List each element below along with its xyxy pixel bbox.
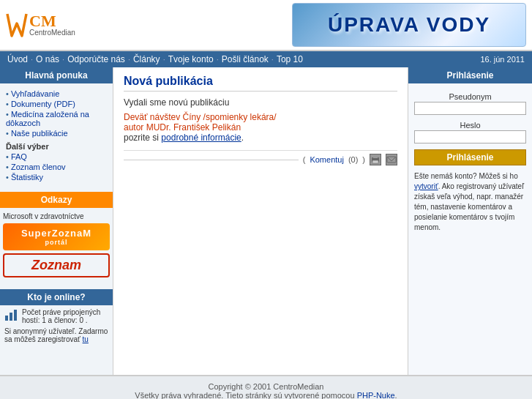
- pub-detail-link[interactable]: podrobné informácie: [161, 133, 241, 143]
- actions-divider: [124, 160, 299, 160]
- password-label: Heslo: [414, 121, 526, 130]
- komentuj-link[interactable]: Komentuj: [310, 155, 343, 164]
- sidebar-publikacie[interactable]: Naše publikácie: [6, 129, 107, 138]
- main-layout: Hlavná ponuka Vyhľadávanie Dokumenty (PD…: [0, 67, 532, 375]
- pub-detail-intro: pozrite si: [124, 133, 161, 143]
- main-menu-title: Hlavná ponuka: [0, 67, 113, 83]
- pseudonym-input[interactable]: [414, 102, 526, 115]
- chart-icon: [4, 308, 19, 321]
- zoznam-text: Zoznam: [31, 258, 81, 272]
- footer: Copyright © 2001 CentroMedian Všetky prá…: [0, 375, 532, 399]
- online-stats-text: Počet práve pripojených hostí: 1 a členo…: [22, 308, 108, 324]
- svg-rect-5: [372, 160, 378, 163]
- sidebar: Hlavná ponuka Vyhľadávanie Dokumenty (PD…: [0, 67, 113, 375]
- pseudonym-label: Pseudonym: [414, 92, 526, 101]
- ms-label: Microsoft v zdravotníctve: [3, 212, 110, 220]
- php-nuke-link[interactable]: PHP-Nuke: [357, 391, 395, 399]
- footer-rights: Všetky práva vyhradené. Tieto stránky sú…: [6, 391, 526, 399]
- register-link[interactable]: tu: [83, 335, 89, 343]
- pub-body: Deväť návštev Číny /spomienky lekára/ au…: [124, 112, 397, 143]
- superzoznam-text: SuperZoznaM: [21, 228, 91, 239]
- logo-centromedian-text: CentroMedian: [29, 29, 75, 37]
- header: CM CentroMedian ÚPRAVA VODY: [0, 0, 532, 51]
- footer-rights-text: Všetky práva vyhradené. Tieto stránky sú…: [135, 391, 354, 399]
- password-input[interactable]: [414, 130, 526, 143]
- nav-clanky[interactable]: Články: [133, 54, 160, 64]
- right-panel: Prihlásenie Pseudonym Heslo Prihlásenie …: [408, 67, 532, 375]
- superzoznam-ad[interactable]: SuperZoznaM portál: [3, 223, 110, 250]
- svg-rect-2: [14, 310, 17, 321]
- print-icon[interactable]: [370, 154, 381, 165]
- online-content: Počet práve pripojených hostí: 1 a členo…: [0, 305, 113, 346]
- online-stats-row: Počet práve pripojených hostí: 1 a členo…: [4, 308, 108, 324]
- sidebar-statistiky[interactable]: Štatistiky: [6, 173, 107, 182]
- logo-cm-label: CM: [29, 12, 56, 30]
- svg-rect-0: [5, 316, 8, 321]
- nav-date: 16. jún 2011: [480, 55, 525, 64]
- footer-copyright: Copyright © 2001 CentroMedian: [6, 382, 526, 391]
- sidebar-zoznam-clenov[interactable]: Zoznam členov: [6, 163, 107, 171]
- zoznam-ad[interactable]: Zoznam: [3, 253, 110, 277]
- svg-rect-4: [373, 155, 378, 158]
- sidebar-ads: Microsoft v zdravotníctve SuperZoznaM po…: [0, 208, 113, 285]
- logo-cm-text: CM: [29, 13, 75, 29]
- pub-intro: Vydali sme novú publikáciu: [124, 97, 397, 108]
- nav-bar: Úvod · O nás · Odporúčte nás · Články · …: [0, 51, 532, 67]
- links-title: Odkazy: [0, 192, 113, 208]
- pub-title-link[interactable]: Deväť návštev Číny /spomienky lekára/: [124, 112, 277, 122]
- nav-konto[interactable]: Tvoje konto: [168, 54, 214, 64]
- content-title: Nová publikácia: [124, 75, 397, 92]
- anon-text: Si anonymný užívateľ. Zadarmo sa môžeš z…: [4, 327, 108, 343]
- nav-o-nas[interactable]: O nás: [36, 54, 59, 64]
- login-button[interactable]: Prihlásenie: [414, 149, 526, 165]
- pub-author: autor MUDr. František Pelikán: [124, 122, 241, 133]
- online-title: Kto je online?: [0, 289, 113, 305]
- register-info: Ešte nemáš konto? Môžeš si ho vytvoriť. …: [414, 171, 526, 233]
- sidebar-dokumenty[interactable]: Dokumenty (PDF): [6, 100, 107, 108]
- email-icon[interactable]: [386, 154, 397, 165]
- banner-area: ÚPRAVA VODY: [138, 3, 526, 47]
- w-logo-icon: [6, 10, 28, 40]
- nav-uvod[interactable]: Úvod: [7, 54, 28, 64]
- other-menu-title: Ďalší výber: [6, 142, 107, 151]
- banner-title: ÚPRAVA VODY: [328, 13, 490, 37]
- nav-links: Úvod · O nás · Odporúčte nás · Články · …: [7, 54, 303, 64]
- sidebar-vyhladavanie[interactable]: Vyhľadávanie: [6, 89, 107, 98]
- sidebar-faq[interactable]: FAQ: [6, 152, 107, 161]
- pub-actions: ( Komentuj (0) ): [124, 150, 397, 165]
- komentuj-open: (: [303, 155, 306, 164]
- superzoznam-sub: portál: [6, 239, 107, 246]
- nav-top10[interactable]: Top 10: [277, 54, 303, 64]
- panel-title: Prihlásenie: [408, 67, 532, 83]
- banner: ÚPRAVA VODY: [292, 3, 526, 47]
- anon-text-span: Si anonymný užívateľ. Zadarmo sa môžeš z…: [4, 327, 108, 343]
- sidebar-medicina[interactable]: Medicína založená na dôkazoch: [6, 110, 107, 127]
- komentuj-count: (0): [348, 155, 358, 164]
- sidebar-main-links: Vyhľadávanie Dokumenty (PDF) Medicína za…: [0, 83, 113, 187]
- nav-odporucte[interactable]: Odporúčte nás: [67, 54, 125, 64]
- panel-content: Pseudonym Heslo Prihlásenie Ešte nemáš k…: [408, 83, 532, 239]
- nav-posli[interactable]: Pošli článok: [222, 54, 269, 64]
- logo-area: CM CentroMedian: [6, 10, 138, 40]
- svg-rect-1: [10, 313, 12, 321]
- main-content: Nová publikácia Vydali sme novú publikác…: [113, 67, 408, 375]
- register-create-link[interactable]: vytvoriť: [414, 182, 438, 190]
